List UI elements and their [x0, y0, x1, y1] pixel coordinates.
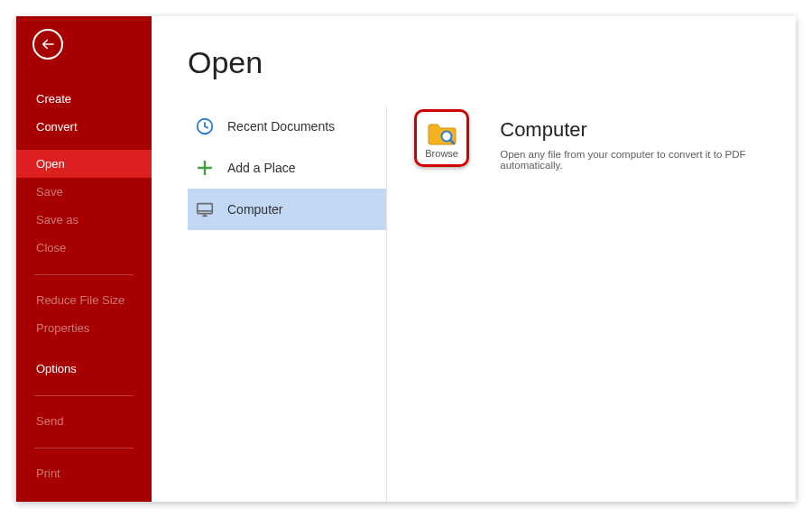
- detail-description: Open any file from your computer to conv…: [500, 149, 769, 171]
- sidebar-item-print: Print: [16, 459, 152, 487]
- sidebar-item-save-as: Save as: [16, 206, 152, 234]
- place-item-add-a-place[interactable]: Add a Place: [188, 147, 386, 189]
- sidebar-separator: [34, 395, 134, 396]
- place-item-label: Add a Place: [227, 161, 296, 175]
- browse-button[interactable]: Browse: [414, 109, 469, 167]
- plus-icon: [195, 158, 215, 178]
- sidebar-separator: [34, 274, 134, 275]
- sidebar-item-reduce-file-size: Reduce File Size: [16, 286, 152, 314]
- detail-text: Computer Open any file from your compute…: [500, 106, 769, 171]
- place-item-label: Computer: [227, 202, 282, 217]
- sidebar-item-properties: Properties: [16, 314, 152, 342]
- browse-label: Browse: [417, 148, 466, 159]
- sidebar-item-convert[interactable]: Convert: [16, 113, 152, 141]
- app-window: Create Convert Open Save Save as Close R…: [16, 16, 796, 502]
- place-item-computer[interactable]: Computer: [188, 189, 386, 230]
- content-columns: Recent Documents Add a Place Computer: [152, 106, 796, 502]
- back-arrow-icon: [40, 36, 56, 52]
- sidebar-item-label: Close: [36, 241, 66, 254]
- sidebar-item-options[interactable]: Options: [16, 355, 152, 383]
- page-title: Open: [188, 45, 796, 80]
- svg-rect-4: [198, 204, 213, 214]
- sidebar-item-label: Reduce File Size: [36, 293, 125, 307]
- sidebar-item-close: Close: [16, 234, 152, 262]
- sidebar-item-send: Send: [16, 407, 152, 435]
- folder-search-icon: [427, 121, 457, 146]
- detail-panel: Browse Computer Open any file from your …: [386, 106, 796, 502]
- clock-icon: [195, 116, 215, 136]
- sidebar-item-label: Options: [36, 362, 77, 375]
- detail-title: Computer: [500, 118, 769, 142]
- sidebar-item-open[interactable]: Open: [16, 150, 152, 178]
- place-item-recent-documents[interactable]: Recent Documents: [188, 106, 386, 147]
- sidebar: Create Convert Open Save Save as Close R…: [16, 16, 152, 502]
- sidebar-separator: [34, 448, 134, 449]
- sidebar-item-label: Save as: [36, 213, 78, 227]
- sidebar-item-label: Print: [36, 467, 60, 480]
- sidebar-item-save: Save: [16, 178, 152, 206]
- place-item-label: Recent Documents: [227, 119, 335, 134]
- sidebar-item-label: Send: [36, 414, 63, 428]
- sidebar-item-label: Open: [36, 157, 65, 171]
- sidebar-item-label: Save: [36, 185, 63, 199]
- sidebar-item-label: Create: [36, 92, 71, 106]
- sidebar-item-create[interactable]: Create: [16, 85, 152, 113]
- back-button[interactable]: [32, 29, 63, 60]
- sidebar-item-label: Convert: [36, 120, 78, 134]
- sidebar-item-label: Properties: [36, 321, 89, 335]
- main-panel: Open Recent Documents Add a Place: [152, 16, 796, 502]
- computer-icon: [195, 199, 215, 219]
- places-list: Recent Documents Add a Place Computer: [152, 106, 386, 502]
